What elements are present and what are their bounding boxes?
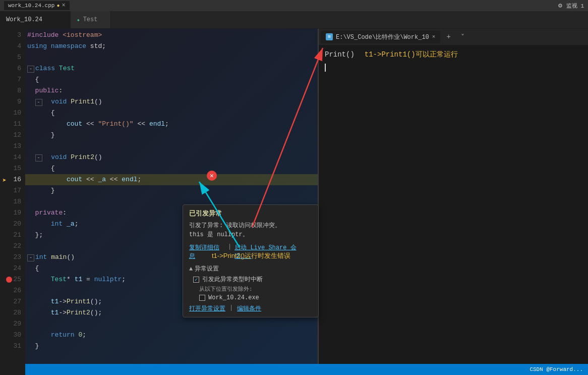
line-num-3: 3 — [17, 30, 21, 41]
cursor-line — [325, 62, 582, 73]
code-line-31: } — [25, 341, 318, 352]
output-line-1: Print() t1->Print1()可以正常运行 — [325, 49, 582, 60]
line-num-26: 26 — [13, 285, 21, 296]
line-num-20: 20 — [13, 219, 21, 230]
open-exception-settings-link[interactable]: 打开异常设置 — [189, 304, 225, 313]
code-line-4: using namespace std; — [25, 41, 318, 52]
fold-icon-14[interactable]: - — [35, 154, 42, 162]
line-num-25: 25 — [13, 274, 21, 285]
code-line-14: - void Print2() — [25, 152, 318, 163]
code-content: #include <iostream> using namespace std;… — [25, 29, 318, 375]
line-num-19: 19 — [13, 207, 21, 219]
monitor-label: 监视 1 — [566, 2, 584, 10]
title-bar: work_10.24.cpp ● × ⚙ 监视 1 — [0, 0, 588, 11]
editor-area: 3 4 5 6 7 8 9 10 11 12 13 14 15 ➤ 16 17 … — [0, 29, 588, 375]
line-num-21: 21 — [13, 230, 21, 241]
checkbox-2-label: Work_10.24.exe — [208, 294, 259, 301]
line-num-14: 14 — [13, 152, 21, 163]
code-panel[interactable]: 3 4 5 6 7 8 9 10 11 12 13 14 15 ➤ 16 17 … — [0, 29, 318, 375]
line-num-22: 22 — [13, 241, 21, 252]
title-bar-left: work_10.24.cpp ● × — [4, 1, 70, 10]
line-num-23: 23 — [13, 252, 21, 263]
tab-label: work_10.24.cpp — [8, 3, 54, 9]
line-num-5: 5 — [17, 52, 21, 63]
code-line-13 — [25, 141, 318, 152]
code-line-6: -class Test — [25, 63, 318, 74]
line-num-28: 28 — [13, 307, 21, 318]
code-line-3: #include <iostream> — [25, 30, 318, 41]
tab-test-label: Test — [83, 16, 98, 23]
code-line-16: cout << _a << endl; — [25, 174, 318, 185]
edit-condition-link[interactable]: 编辑条件 — [237, 304, 261, 313]
line-num-7: 7 — [17, 74, 21, 85]
exception-popup: 已引发异常 引发了异常: 读取访问权限冲突。 this 是 nullptr。 复… — [183, 204, 319, 317]
line-num-12: 12 — [13, 130, 21, 141]
code-line-8: public: — [25, 85, 318, 96]
test-icon: ✦ — [77, 17, 80, 23]
tab-active-label: Work_10.24 — [6, 16, 42, 23]
code-editor: 3 4 5 6 7 8 9 10 11 12 13 14 15 ➤ 16 17 … — [0, 29, 318, 375]
code-line-30: return 0; — [25, 330, 318, 341]
exception-line2: this 是 nullptr。 — [189, 230, 312, 239]
line-num-24: 24 — [13, 263, 21, 274]
exception-body: 引发了异常: 读取访问权限冲突。 this 是 nullptr。 — [189, 221, 312, 239]
code-line-15: { — [25, 163, 318, 174]
dropdown-icon[interactable]: ˅ — [457, 31, 468, 43]
checkbox-1[interactable] — [193, 277, 199, 283]
exception-checkbox-row-2: Work_10.24.exe — [193, 294, 312, 301]
exception-section-title: ▲ 异常设置 — [189, 264, 312, 273]
output-tab-main[interactable]: ⊞ E:\VS_Code\比特作业\Work_10 × — [321, 31, 440, 43]
exception-header: 已引发异常 — [189, 209, 312, 218]
line-num-11: 11 — [13, 119, 21, 130]
tab-dot: ● — [56, 3, 60, 9]
line-num-9: 9 — [17, 96, 21, 108]
code-line-12: } — [25, 130, 318, 141]
close-icon[interactable]: × — [62, 2, 65, 9]
line-num-29: 29 — [13, 318, 21, 330]
output-tab-close[interactable]: × — [432, 34, 436, 40]
output-tab-bar: ⊞ E:\VS_Code\比特作业\Work_10 × + ˅ — [319, 29, 588, 45]
new-tab-button[interactable]: + — [442, 31, 454, 43]
line-num-8: 8 — [17, 85, 21, 96]
code-line-5 — [25, 52, 318, 63]
checkbox-2[interactable] — [199, 295, 205, 301]
output-tab-label: E:\VS_Code\比特作业\Work_10 — [336, 33, 429, 41]
exception-checkbox-row-1: 引发此异常类型时中断 — [193, 275, 312, 284]
output-panel: ⊞ E:\VS_Code\比特作业\Work_10 × + ˅ Print() … — [318, 29, 588, 375]
line-num-18: 18 — [13, 196, 21, 207]
cursor-indicator — [325, 64, 330, 72]
line-num-4: 4 — [17, 41, 21, 52]
exception-sub-text: 从以下位置引发除外: — [199, 285, 312, 293]
exception-line1: 引发了异常: 读取访问权限冲突。 — [189, 221, 312, 230]
code-line-11: cout << "Print()" << endl; — [25, 119, 318, 130]
fold-icon-9[interactable]: - — [35, 99, 42, 106]
code-line-17: } — [25, 185, 318, 196]
current-line-arrow: ➤ — [2, 175, 6, 186]
section-label: 异常设置 — [195, 264, 219, 273]
section-arrow-icon: ▲ — [189, 265, 193, 273]
line-num-13: 13 — [13, 141, 21, 152]
code-line-10: { — [25, 108, 318, 119]
checkbox-1-label: 引发此异常类型时中断 — [202, 275, 263, 284]
line-num-30: 30 — [13, 330, 21, 341]
terminal-icon: ⊞ — [326, 33, 333, 40]
fold-icon-6[interactable]: - — [27, 66, 34, 73]
fold-icon-23[interactable]: - — [27, 254, 34, 261]
line-num-6: 6 — [17, 63, 21, 74]
line-num-17: 17 — [13, 185, 21, 196]
output-prompt: Print() — [325, 49, 355, 60]
tab-test[interactable]: ✦ Test — [71, 11, 111, 28]
status-text: CSDN @Forward... — [530, 366, 583, 372]
tab-work1024[interactable]: Work_10.24 — [0, 11, 71, 28]
editor-tab[interactable]: work_10.24.cpp ● × — [4, 1, 70, 10]
output-note: t1->Print1()可以正常运行 — [365, 49, 458, 60]
gear-icon[interactable]: ⚙ — [558, 2, 562, 10]
output-content: Print() t1->Print1()可以正常运行 — [319, 45, 588, 375]
tab-spacer — [111, 11, 588, 28]
line-number-gutter: 3 4 5 6 7 8 9 10 11 12 13 14 15 ➤ 16 17 … — [0, 29, 25, 375]
title-bar-right: ⚙ 监视 1 — [558, 2, 584, 10]
line-num-16: ➤ 16 — [13, 174, 21, 185]
red-annotation-text: t1->Print2()运行时发生错误 — [212, 251, 290, 260]
error-icon: ✕ — [207, 171, 217, 181]
code-line-7: { — [25, 74, 318, 85]
